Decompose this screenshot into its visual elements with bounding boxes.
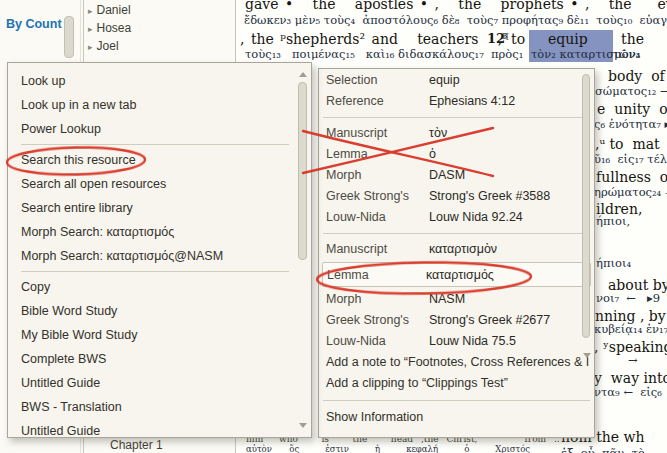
menu-item-look-up[interactable]: Look up xyxy=(8,69,311,93)
info-value: Strong's Greek #3588 xyxy=(429,186,550,207)
info-label: Greek Strong's xyxy=(326,186,429,207)
interlinear-english-to: to xyxy=(511,31,525,47)
panel-separator xyxy=(323,233,590,234)
info-label: Selection xyxy=(326,70,429,91)
info-row-morph-1: MorphDASM xyxy=(319,165,594,186)
info-value: NASM xyxy=(429,289,465,310)
panel-separator xyxy=(323,117,590,118)
text-fragment: σώματος₁₂ → xyxy=(595,84,667,98)
text-fragment: body of xyxy=(608,68,665,84)
context-menu: Look up Look up in a new tab Power Looku… xyxy=(7,62,312,438)
text-fragment: ηρώματος₂₄ — xyxy=(594,185,667,199)
text-fragment: ῦ₁₆ εἰς₁₇ τέλει xyxy=(594,152,667,166)
menu-item-look-up-new-tab[interactable]: Look up in a new tab xyxy=(8,93,311,117)
info-row-reference: ReferenceEphesians 4:12 xyxy=(319,91,594,112)
expander-icon: ▸ xyxy=(88,42,93,52)
interlinear-greek-line-2a: τοὺς₁₃ ποιμένας₁₅ καὶ₁₆ διδασκάλους₁₇ xyxy=(245,47,484,61)
interlinear-greek-pros: πρὸς₁ xyxy=(491,47,523,61)
sidebar-scrollbar-thumb[interactable] xyxy=(64,16,74,58)
passage-tree: ▸Daniel ▸Hosea ▸Joel xyxy=(88,1,131,55)
info-value: καταρτισμός xyxy=(426,263,494,286)
menu-item-search-entire-library[interactable]: Search entire library xyxy=(8,196,311,220)
menu-item-my-bible-word-study[interactable]: My Bible Word Study xyxy=(8,323,311,347)
info-value: Ephesians 4:12 xyxy=(429,91,515,112)
info-value: τὸν xyxy=(429,123,447,144)
text-fragment: ς₆ ἑνότητα₇ ▸9 xyxy=(594,117,667,131)
menu-item-copy[interactable]: Copy xyxy=(8,275,311,299)
info-row-manuscript-1: Manuscriptτὸν xyxy=(319,123,594,144)
text-fragment: e unity of xyxy=(597,101,667,117)
menu-item-untitled-guide-2[interactable]: Untitled Guide xyxy=(8,419,311,438)
expander-icon: ▸ xyxy=(88,24,93,34)
verse-footnote-marker: q xyxy=(503,30,509,40)
tree-item-hosea[interactable]: ▸Hosea xyxy=(88,19,131,37)
menu-item-search-all-open[interactable]: Search all open resources xyxy=(8,172,311,196)
interlinear-english-the: the xyxy=(621,31,644,47)
facet-by-count[interactable]: By Count xyxy=(6,17,62,31)
text-fragment: ήπιοι₄ xyxy=(596,256,631,270)
tree-item-joel[interactable]: ▸Joel xyxy=(88,37,131,55)
menu-item-morph-search-lemma[interactable]: Morph Search: καταρτισμός xyxy=(8,220,311,244)
menu-scrollbar-thumb[interactable] xyxy=(298,82,307,260)
info-value: Strong's Greek #2677 xyxy=(429,310,550,331)
info-label: Louw-Nida xyxy=(326,331,429,352)
menu-separator xyxy=(21,144,289,145)
menu-scrollbar[interactable] xyxy=(296,66,309,434)
info-panel: Selectionequip ReferenceEphesians 4:12 M… xyxy=(318,68,595,438)
info-label: Manuscript xyxy=(326,123,429,144)
action-add-clipping[interactable]: Add a clipping to “Clippings Test” xyxy=(319,373,594,394)
info-value: καταρτισμὸν xyxy=(429,239,497,260)
panel-scrollbar[interactable] xyxy=(581,72,592,360)
menu-item-complete-bws[interactable]: Complete BWS xyxy=(8,347,311,371)
bottom-text-greek-large: ἐξ οὗ πᾶν τὸ xyxy=(561,446,645,453)
info-row-lemma-2-highlighted[interactable]: Lemmaκαταρτισμός xyxy=(322,262,591,287)
info-row-selection: Selectionequip xyxy=(319,70,594,91)
info-value: Louw Nida 75.5 xyxy=(429,331,516,352)
info-label: Greek Strong's xyxy=(326,310,429,331)
info-row-strongs-2: Greek Strong'sStrong's Greek #2677 xyxy=(319,310,594,331)
text-fragment: ,ᵘ to mat xyxy=(595,136,660,152)
interlinear-english-selected-word[interactable]: equip xyxy=(548,31,588,47)
info-label: Lemma xyxy=(327,263,426,286)
info-label: Morph xyxy=(326,289,429,310)
text-fragment: fullness o xyxy=(596,169,667,185)
info-value: equip xyxy=(429,70,460,91)
panel-separator xyxy=(323,400,590,401)
menu-item-bws-translation[interactable]: BWS - Translation xyxy=(8,395,311,419)
text-fragment: y way into xyxy=(594,370,667,386)
tree-item-label: Hosea xyxy=(97,21,132,35)
info-label: Louw-Nida xyxy=(326,207,429,228)
action-show-information[interactable]: Show Information xyxy=(319,407,594,428)
menu-item-power-lookup[interactable]: Power Lookup xyxy=(8,117,311,141)
interlinear-greek-twn: τῶν₄ xyxy=(613,47,640,61)
menu-separator xyxy=(21,271,289,272)
tree-item-daniel[interactable]: ▸Daniel xyxy=(88,1,131,19)
tree-item-chapter-1[interactable]: Chapter 1 xyxy=(110,438,163,452)
menu-item-untitled-guide[interactable]: Untitled Guide xyxy=(8,371,311,395)
text-fragment: ντα₉ ← εἰς₆ xyxy=(594,385,662,399)
interlinear-english-line-2a: , the ᵖshepherds² and teachers ,³ xyxy=(240,31,508,47)
scroll-up-icon[interactable] xyxy=(299,72,307,77)
info-row-morph-2: MorphNASM xyxy=(319,289,594,310)
scroll-down-icon[interactable] xyxy=(583,353,591,358)
scroll-down-icon[interactable] xyxy=(299,423,307,428)
text-fragment: ήπιοι, xyxy=(596,214,630,228)
text-fragment: κυβείᾳ₁₄ ἐν₁₇ xyxy=(594,322,667,336)
info-row-louw-nida-1: Louw-NidaLouw Nida 92.24 xyxy=(319,207,594,228)
info-label: Manuscript xyxy=(326,239,429,260)
info-label: Lemma xyxy=(326,144,429,165)
info-value: Louw Nida 92.24 xyxy=(429,207,523,228)
expander-icon: ▸ xyxy=(88,6,93,16)
tree-item-label: Joel xyxy=(97,39,119,53)
info-row-lemma-1: Lemmaὁ xyxy=(319,144,594,165)
menu-item-search-this-resource[interactable]: Search this resource xyxy=(8,148,311,172)
info-label: Morph xyxy=(326,165,429,186)
menu-item-morph-search-nasm[interactable]: Morph Search: καταρτισμός@NASM xyxy=(8,244,311,268)
menu-item-bible-word-study[interactable]: Bible Word Study xyxy=(8,299,311,323)
interlinear-english-line-1: gave • the apostles • , the prophets • ,… xyxy=(245,0,667,12)
info-row-strongs-1: Greek Strong'sStrong's Greek #3588 xyxy=(319,186,594,207)
panel-scrollbar-thumb[interactable] xyxy=(582,74,590,338)
info-row-manuscript-2: Manuscriptκαταρτισμὸν xyxy=(319,239,594,260)
action-add-note[interactable]: Add a note to “Footnotes, Cross Referenc… xyxy=(319,352,594,373)
info-value: ὁ xyxy=(429,144,436,165)
